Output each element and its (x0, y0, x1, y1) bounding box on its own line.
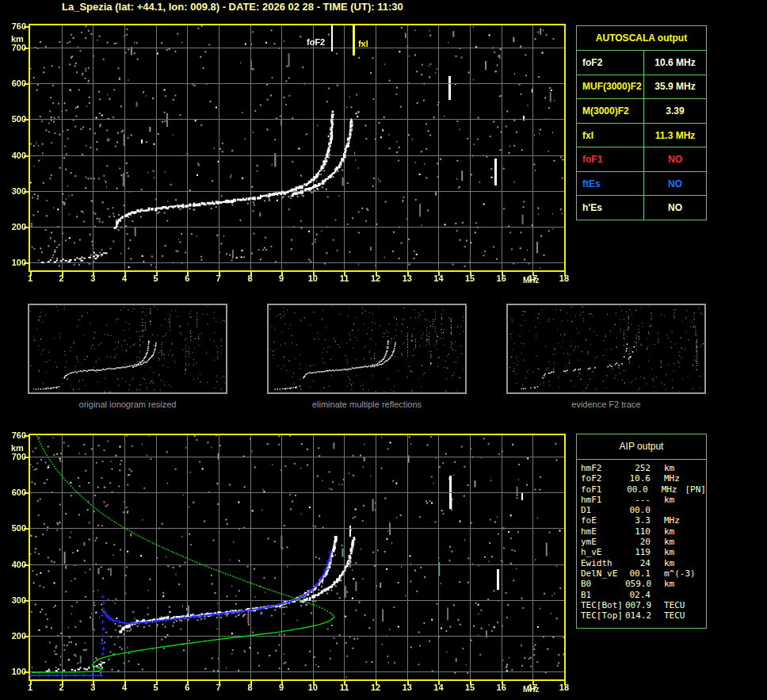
aip-value: 02.4 (625, 590, 651, 600)
autoscala-row-value: 11.3 MHz (644, 124, 706, 147)
autoscala-row-hEs: h'EsNO (577, 196, 706, 220)
aip-row-hmE: hmE110km (581, 526, 706, 537)
aip-label: Ewidth (581, 558, 625, 568)
aip-unit: km (651, 579, 674, 589)
aip-row-ymE: ymE20km (581, 537, 706, 547)
aip-row-foF2: foF210.6MHz (581, 473, 706, 484)
x-tick-label-11: 11 (334, 683, 353, 692)
aip-value: 014.2 (625, 610, 651, 621)
y-tick-label-760: 760 (0, 430, 26, 440)
y-tick-label-600: 600 (0, 78, 26, 88)
x-tick-label-12: 12 (366, 273, 385, 283)
autoscala-row-label: MUF(3000)F2 (577, 75, 644, 99)
y-tick-label-300: 300 (0, 186, 26, 196)
x-tick-label-13: 13 (398, 683, 417, 692)
aip-label: ymE (581, 537, 625, 547)
aip-unit (651, 505, 664, 515)
aip-note (674, 558, 682, 568)
aip-row-hmF1: hmF1---km (581, 495, 706, 505)
y-axis-unit-label: km (11, 443, 29, 453)
x-tick-label-5: 5 (147, 273, 166, 283)
mini-panel-multiple-reflections-canvas (267, 304, 467, 394)
y-tick-label-400: 400 (0, 151, 26, 160)
x-tick-label-3: 3 (83, 683, 102, 692)
aip-note (674, 579, 682, 589)
y-tick-label-500: 500 (0, 523, 26, 533)
autoscala-row-label: M(3000)F2 (577, 99, 644, 123)
aip-row-B1: B102.4 (581, 590, 706, 600)
aip-unit: km (651, 537, 674, 547)
marker-label-fxI: fxI (358, 39, 368, 48)
aip-label: hmF2 (581, 463, 625, 473)
x-tick-label-1: 1 (21, 683, 40, 692)
autoscala-row-M3000F2: M(3000)F23.39 (577, 99, 706, 124)
aip-value: 00.0 (625, 505, 651, 515)
y-tick-label-760: 760 (0, 21, 26, 31)
aip-unit: km (651, 495, 674, 505)
x-tick-label-10: 10 (303, 683, 322, 692)
bottom-ionogram-canvas (22, 430, 570, 689)
y-tick-label-100: 100 (0, 667, 26, 676)
aip-value: 10.6 (625, 473, 651, 484)
aip-unit: MHz (648, 484, 677, 495)
aip-note: [PN] (677, 484, 707, 495)
aip-value: 252 (625, 463, 651, 473)
x-tick-label-13: 13 (398, 273, 417, 283)
x-tick-label-4: 4 (115, 683, 134, 692)
x-tick-label-9: 9 (272, 683, 291, 692)
aip-unit: MHz (651, 473, 680, 484)
aip-label: hmE (581, 526, 625, 537)
autoscala-row-foF2: foF210.6 MHz (577, 51, 706, 75)
x-tick-label-2: 2 (52, 273, 71, 283)
autoscala-row-fxI: fxI11.3 MHz (577, 124, 706, 148)
aip-unit: km (651, 547, 674, 557)
y-axis-unit-label: km (11, 34, 29, 44)
y-tick-label-700: 700 (0, 452, 26, 461)
autoscala-output-table: AUTOSCALA output foF210.6 MHzMUF(3000)F2… (576, 25, 707, 220)
autoscala-row-label: ftEs (577, 172, 644, 196)
aip-row-foE: foE3.3MHz (581, 515, 706, 526)
autoscala-row-value: NO (644, 172, 706, 196)
aip-unit: m^(-3) (651, 568, 696, 579)
aip-value: 110 (625, 526, 651, 537)
aip-row-Ewidth: Ewidth24km (581, 558, 706, 568)
x-axis-unit-label: MHz (523, 276, 540, 285)
autoscala-row-value: NO (644, 196, 706, 220)
autoscala-row-value: 35.9 MHz (644, 75, 706, 99)
y-tick-label-400: 400 (0, 560, 26, 569)
x-tick-label-14: 14 (429, 273, 448, 283)
aip-note (674, 463, 682, 473)
aip-row-hvE: h_vE119km (581, 547, 706, 557)
aip-note (674, 537, 682, 547)
aip-label: foE (581, 515, 625, 526)
aip-row-DelNvE: DelN_vE00.1m^(-3) (581, 568, 706, 579)
aip-note (696, 568, 704, 579)
aip-label: foF1 (581, 484, 624, 495)
x-tick-label-2: 2 (52, 683, 71, 692)
x-tick-label-4: 4 (115, 273, 134, 283)
aip-output-table: AIP output hmF2252kmfoF210.6MHzfoF100.0M… (576, 434, 707, 629)
aip-value: 119 (625, 547, 651, 557)
aip-label: foF2 (581, 473, 625, 484)
aip-unit: km (651, 526, 674, 537)
autoscala-row-MUF3000F2: MUF(3000)F235.9 MHz (577, 75, 706, 100)
aip-table-header: AIP output (577, 434, 706, 460)
aip-row-foF1: foF100.0MHz[PN] (581, 484, 706, 495)
aip-value: 3.3 (625, 515, 651, 526)
autoscala-table-header: AUTOSCALA output (577, 26, 706, 51)
x-tick-label-7: 7 (209, 273, 228, 283)
aip-row-D1: D100.0 (581, 505, 706, 515)
aip-unit (651, 590, 664, 600)
aip-label: D1 (581, 505, 625, 515)
y-tick-label-200: 200 (0, 222, 26, 231)
aip-value: 20 (625, 537, 651, 547)
marker-label-foF2: foF2 (307, 37, 325, 47)
aip-value: 059.0 (625, 579, 651, 589)
aip-value: 007.9 (625, 600, 651, 610)
autoscala-row-label: foF2 (577, 51, 644, 75)
aip-unit: km (651, 463, 674, 473)
aip-value: 24 (625, 558, 651, 568)
aip-note (685, 610, 693, 621)
x-tick-label-5: 5 (147, 683, 166, 692)
aip-label: hmF1 (581, 495, 625, 505)
